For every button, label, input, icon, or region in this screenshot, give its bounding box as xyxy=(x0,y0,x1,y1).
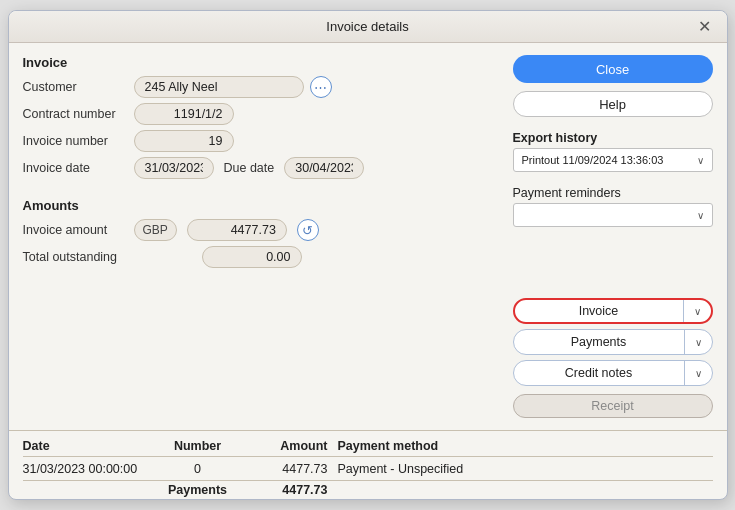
dialog-title: Invoice details xyxy=(41,19,695,34)
customer-label: Customer xyxy=(23,80,128,94)
row-amount: 4477.73 xyxy=(238,462,328,476)
invoice-action-btn[interactable]: Invoice ∨ xyxy=(513,298,713,324)
invoice-action-chevron[interactable]: ∨ xyxy=(683,300,711,322)
invoice-amount-label: Invoice amount xyxy=(23,223,128,237)
summary-method-spacer xyxy=(328,483,713,497)
right-bottom: Invoice ∨ Payments ∨ Credit notes ∨ xyxy=(513,235,713,418)
table-header: Date Number Amount Payment method xyxy=(23,439,713,457)
invoice-details-dialog: Invoice details ✕ Invoice Customer ⋯ Con… xyxy=(8,10,728,500)
payment-reminders-chevron: ∨ xyxy=(697,210,704,221)
export-history-label: Export history xyxy=(513,131,713,145)
export-history-dropdown[interactable]: Printout 11/09/2024 13:36:03 ∨ xyxy=(513,148,713,172)
summary-amount: 4477.73 xyxy=(238,483,328,497)
amounts-section: Amounts Invoice amount GBP ↺ Total outst… xyxy=(23,198,503,273)
left-panel: Invoice Customer ⋯ Contract number Invoi… xyxy=(23,55,503,418)
due-date-label: Due date xyxy=(224,161,275,175)
action-buttons: Invoice ∨ Payments ∨ Credit notes ∨ xyxy=(513,298,713,386)
invoice-amount-row: Invoice amount GBP ↺ xyxy=(23,219,503,241)
total-outstanding-label: Total outstanding xyxy=(23,250,128,264)
customer-row: Customer ⋯ xyxy=(23,76,503,98)
summary-spacer xyxy=(23,483,158,497)
row-method: Payment - Unspecified xyxy=(328,462,713,476)
receipt-section: Receipt xyxy=(513,394,713,418)
export-history-section: Export history Printout 11/09/2024 13:36… xyxy=(513,131,713,172)
export-history-chevron: ∨ xyxy=(697,155,704,166)
export-history-value: Printout 11/09/2024 13:36:03 xyxy=(522,154,664,166)
total-outstanding-row: Total outstanding xyxy=(23,246,503,268)
title-bar: Invoice details ✕ xyxy=(9,11,727,43)
table-area: Date Number Amount Payment method 31/03/… xyxy=(9,430,727,499)
invoice-number-row: Invoice number xyxy=(23,130,503,152)
payment-reminders-dropdown[interactable]: ∨ xyxy=(513,203,713,227)
help-button[interactable]: Help xyxy=(513,91,713,117)
customer-input[interactable] xyxy=(134,76,304,98)
table-row: 31/03/2023 00:00:00 0 4477.73 Payment - … xyxy=(23,460,713,478)
row-number: 0 xyxy=(158,462,238,476)
contract-input[interactable] xyxy=(134,103,234,125)
due-date-input[interactable] xyxy=(284,157,364,179)
invoice-amount-input[interactable] xyxy=(187,219,287,241)
credit-notes-action-label[interactable]: Credit notes xyxy=(514,361,684,385)
invoice-section: Invoice Customer ⋯ Contract number Invoi… xyxy=(23,55,503,184)
currency-badge: GBP xyxy=(134,219,177,241)
row-date: 31/03/2023 00:00:00 xyxy=(23,462,158,476)
total-outstanding-input[interactable] xyxy=(202,246,302,268)
invoice-number-input[interactable] xyxy=(134,130,234,152)
invoice-action-label[interactable]: Invoice xyxy=(515,300,683,322)
col-amount-header: Amount xyxy=(238,439,328,453)
credit-notes-action-btn[interactable]: Credit notes ∨ xyxy=(513,360,713,386)
dates-row: Invoice date Due date xyxy=(23,157,503,179)
close-icon[interactable]: ✕ xyxy=(695,17,715,37)
invoice-number-label: Invoice number xyxy=(23,134,128,148)
close-button[interactable]: Close xyxy=(513,55,713,83)
refresh-button[interactable]: ↺ xyxy=(297,219,319,241)
col-date-header: Date xyxy=(23,439,158,453)
payment-reminders-section: Payment reminders ∨ xyxy=(513,186,713,227)
invoice-section-title: Invoice xyxy=(23,55,503,70)
table-summary-row: Payments 4477.73 xyxy=(23,480,713,499)
invoice-date-input[interactable] xyxy=(134,157,214,179)
receipt-button: Receipt xyxy=(513,394,713,418)
col-method-header: Payment method xyxy=(328,439,713,453)
contract-row: Contract number xyxy=(23,103,503,125)
dialog-body: Invoice Customer ⋯ Contract number Invoi… xyxy=(9,43,727,430)
payment-reminders-label: Payment reminders xyxy=(513,186,713,200)
amounts-section-title: Amounts xyxy=(23,198,503,213)
invoice-date-label: Invoice date xyxy=(23,161,128,175)
right-panel: Close Help Export history Printout 11/09… xyxy=(513,55,713,418)
col-number-header: Number xyxy=(158,439,238,453)
payments-action-label[interactable]: Payments xyxy=(514,330,684,354)
payments-action-chevron[interactable]: ∨ xyxy=(684,330,712,354)
credit-notes-action-chevron[interactable]: ∨ xyxy=(684,361,712,385)
payments-action-btn[interactable]: Payments ∨ xyxy=(513,329,713,355)
contract-label: Contract number xyxy=(23,107,128,121)
summary-label: Payments xyxy=(158,483,238,497)
more-button[interactable]: ⋯ xyxy=(310,76,332,98)
